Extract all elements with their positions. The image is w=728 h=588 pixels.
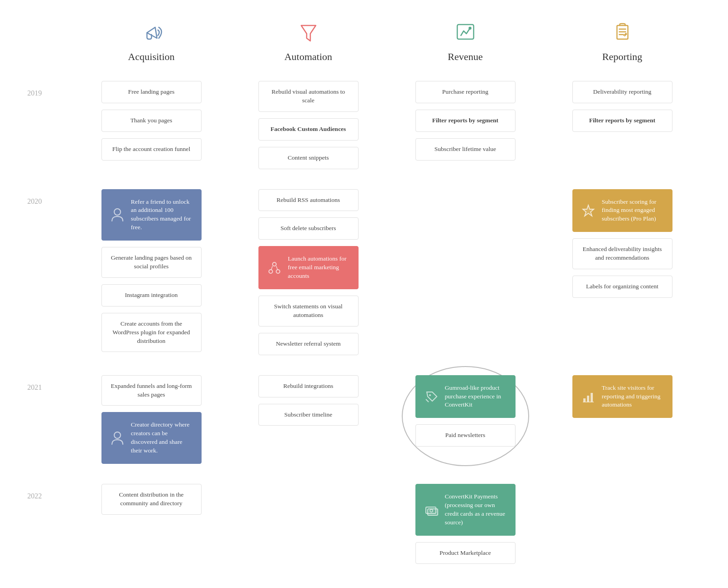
card-wordpress-plugin: Create accounts from the WordPress plugi… [101,313,202,352]
card-gumroad-like: Gumroad-like product purchase experience… [415,375,516,418]
svg-line-11 [276,266,278,270]
automation-2019: Rebuild visual automations to scale Face… [230,81,387,176]
card-creator-directory: Creator directory where creators can be … [101,412,202,464]
card-subscriber-timeline: Subscriber timeline [258,404,359,426]
col-header-revenue: Revenue [387,18,544,63]
acquisition-2020: Refer a friend to unlock an additional 1… [73,189,230,362]
svg-line-10 [271,266,273,270]
svg-point-7 [273,262,276,266]
svg-rect-0 [457,25,474,39]
page-wrapper: Acquisition Automation [0,0,728,588]
col-header-reporting: Reporting [544,18,701,63]
year-section-2021: 2021 Expanded funnels and long-form sale… [27,375,701,470]
svg-point-9 [276,270,280,273]
card-rebuild-visual-automations: Rebuild visual automations to scale [258,81,359,112]
card-generate-landing-pages: Generate landing pages based on social p… [101,247,202,278]
card-soft-delete: Soft delete subscribers [258,217,359,240]
funnel-icon [295,18,322,45]
card-instagram-integration: Instagram integration [101,284,202,307]
card-content-distribution: Content distribution in the community an… [101,484,202,515]
flow-icon-red [266,260,283,276]
card-expanded-funnels: Expanded funnels and long-form sales pag… [101,375,202,406]
reporting-2019: Deliverability reporting Filter reports … [544,81,701,176]
card-switch-statements: Switch statements on visual automations [258,296,359,327]
card-free-landing-pages: Free landing pages [101,81,202,103]
revenue-2022: ConvertKit Payments (processing our own … [387,484,544,570]
launch-automations-text: Launch automations for free email market… [288,255,351,281]
clipboard-icon [609,18,636,45]
person-icon-blue-2 [109,430,126,446]
svg-rect-15 [583,398,586,402]
col-header-acquisition: Acquisition [73,18,230,63]
track-visitors-text: Track site visitors for reporting and tr… [602,384,665,410]
svg-rect-17 [591,393,593,402]
barchart-icon-yellow [580,388,597,405]
year-section-content-2020: Refer a friend to unlock an additional 1… [73,189,701,362]
year-label-2019: 2019 [27,81,73,176]
revenue-2021: Gumroad-like product purchase experience… [387,375,544,470]
card-rebuild-rss: Rebuild RSS automations [258,189,359,211]
reporting-title: Reporting [602,51,642,63]
svg-rect-16 [587,396,589,402]
year-section-content-2019: Free landing pages Thank you pages Flip … [73,81,701,176]
reporting-2020: Subscriber scoring for finding most enga… [544,189,701,362]
acquisition-title: Acquisition [128,51,175,63]
card-refer-friend: Refer a friend to unlock an additional 1… [101,189,202,241]
svg-point-13 [114,432,121,438]
card-thank-you-pages: Thank you pages [101,110,202,132]
acquisition-2019: Free landing pages Thank you pages Flip … [73,81,230,176]
card-launch-automations: Launch automations for free email market… [258,246,359,289]
revenue-2019: Purchase reporting Filter reports by seg… [387,81,544,176]
year-section-content-2021: Expanded funnels and long-form sales pag… [73,375,701,470]
acquisition-2022: Content distribution in the community an… [73,484,230,570]
revenue-title: Revenue [448,51,483,63]
automation-title: Automation [284,51,332,63]
card-facebook-audiences: Facebook Custom Audiences [258,118,359,141]
card-labels-content: Labels for organizing content [572,276,672,298]
gumroad-text: Gumroad-like product purchase experience… [445,384,508,410]
star-icon-yellow [580,202,597,219]
year-label-2022: 2022 [27,484,73,570]
acquisition-2021: Expanded funnels and long-form sales pag… [73,375,230,470]
card-enhanced-deliverability: Enhanced deliverability insights and rec… [572,238,672,269]
year-label-2021: 2021 [27,375,73,470]
svg-point-14 [429,394,431,396]
svg-point-1 [469,27,471,29]
card-newsletter-referral: Newsletter referral system [258,333,359,355]
col-header-automation: Automation [230,18,387,63]
card-flip-funnel: Flip the account creation funnel [101,138,202,161]
card-track-site-visitors: Track site visitors for reporting and tr… [572,375,672,418]
revenue-2020 [387,189,544,362]
card-deliverability-reporting: Deliverability reporting [572,81,672,103]
megaphone-icon [138,18,165,45]
automation-2022 [230,484,387,570]
card-filter-reports-segment-rep: Filter reports by segment [572,110,672,132]
creator-directory-text: Creator directory where creators can be … [131,421,194,455]
person-icon-blue [109,206,126,223]
subscriber-scoring-text: Subscriber scoring for finding most enga… [602,198,665,224]
automation-2021: Rebuild integrations Subscriber timeline [230,375,387,470]
convertkit-payments-text: ConvertKit Payments (processing our own … [445,493,508,527]
year-section-content-2022: Content distribution in the community an… [73,484,701,570]
card-subscriber-lifetime: Subscriber lifetime value [415,138,516,161]
card-convertkit-payments: ConvertKit Payments (processing our own … [415,484,516,536]
tag-icon-green [423,388,440,405]
refer-friend-text: Refer a friend to unlock an additional 1… [131,198,194,232]
svg-point-8 [269,270,273,273]
card-rebuild-integrations: Rebuild integrations [258,375,359,397]
header-row: Acquisition Automation [73,18,701,63]
year-section-2022: 2022 Content distribution in the communi… [27,484,701,570]
card-subscriber-scoring: Subscriber scoring for finding most enga… [572,189,672,232]
card-purchase-reporting: Purchase reporting [415,81,516,103]
automation-2020: Rebuild RSS automations Soft delete subs… [230,189,387,362]
year-section-2019: 2019 Free landing pages Thank you pages … [27,81,701,176]
svg-marker-12 [583,205,594,216]
year-label-2020: 2020 [27,189,73,362]
year-section-2020: 2020 Refer a friend to unlock an additio… [27,189,701,362]
reporting-2021: Track site visitors for reporting and tr… [544,375,701,470]
money-icon-green [423,502,440,518]
card-paid-newsletters: Paid newsletters [415,424,516,447]
chart-icon [452,18,479,45]
card-content-snippets: Content snippets [258,147,359,169]
card-filter-reports-segment-rev: Filter reports by segment [415,110,516,132]
